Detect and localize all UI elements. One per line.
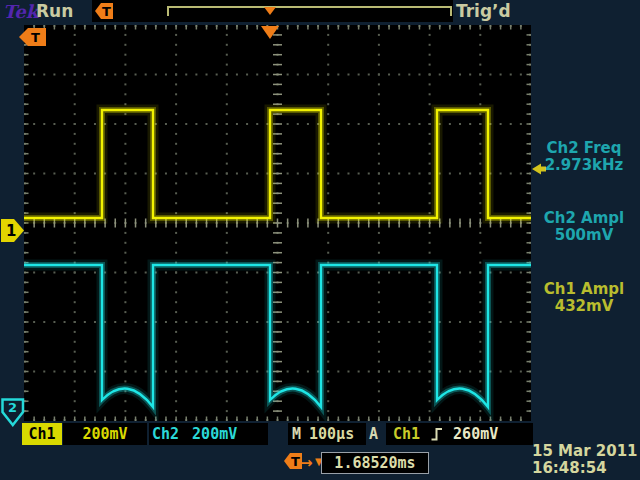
trigger-t-glyph: T	[31, 30, 40, 45]
scope-canvas	[24, 25, 531, 421]
ch1-marker-glyph: 1	[6, 222, 16, 240]
waveform-display	[24, 25, 531, 421]
measurement-value: 432mV	[528, 298, 640, 315]
trigger-position-marker-icon[interactable]	[261, 26, 279, 39]
ch2-trace	[24, 265, 531, 407]
measurement-label: Ch1 Ampl	[528, 281, 640, 298]
ch1-badge[interactable]: Ch1	[22, 423, 62, 445]
date-text: 15 Mar 2011	[532, 443, 640, 460]
measurement-value: 2.973kHz	[528, 157, 640, 174]
measurement-ch2-freq: Ch2 Freq 2.973kHz	[528, 140, 640, 174]
ch1-scale: 200mV	[63, 423, 147, 445]
top-status-bar: Tek Run T Trig’d	[0, 0, 640, 22]
trigger-status: Trig’d	[456, 1, 511, 21]
timebase-label: M	[292, 425, 301, 443]
timebase-scale: 100µs	[309, 425, 354, 443]
ch2-scale-box: Ch2 200mV	[149, 423, 268, 445]
measurement-value: 500mV	[528, 227, 640, 244]
trigger-t-glyph: T	[102, 4, 111, 19]
trigger-horizontal-marker[interactable]: T	[19, 28, 46, 46]
trigger-position-icon[interactable]	[264, 7, 276, 15]
ch1-position-marker[interactable]: 1	[1, 219, 25, 242]
ch2-scale: 200mV	[192, 425, 237, 443]
trigger-level-value: 260mV	[453, 425, 498, 443]
rising-edge-icon	[430, 426, 443, 442]
ch2-label[interactable]: Ch2	[152, 425, 179, 443]
arrow-right-icon: →	[300, 454, 313, 472]
datetime-display: 15 Mar 2011 16:48:54	[532, 443, 640, 477]
trigger-t-glyph: T	[291, 454, 300, 469]
timebase-box: M 100µs	[288, 423, 366, 445]
measurement-label: Ch2 Freq	[528, 140, 640, 157]
measurement-ch2-ampl: Ch2 Ampl 500mV	[528, 210, 640, 244]
ch2-marker-glyph: 2	[8, 400, 17, 415]
record-view-bracket	[167, 6, 452, 16]
delay-time-readout: 1.68520ms	[321, 452, 429, 474]
trigger-system-label: A	[369, 425, 378, 443]
acquisition-status: Run	[36, 1, 73, 21]
measurement-label: Ch2 Ampl	[528, 210, 640, 227]
measurement-ch1-ampl: Ch1 Ampl 432mV	[528, 281, 640, 315]
trigger-t-icon[interactable]: T	[95, 3, 113, 19]
tek-logo: Tek	[3, 1, 38, 22]
trigger-settings-box: Ch1 260mV	[386, 423, 533, 445]
time-text: 16:48:54	[532, 460, 640, 477]
trigger-source: Ch1	[393, 425, 420, 443]
